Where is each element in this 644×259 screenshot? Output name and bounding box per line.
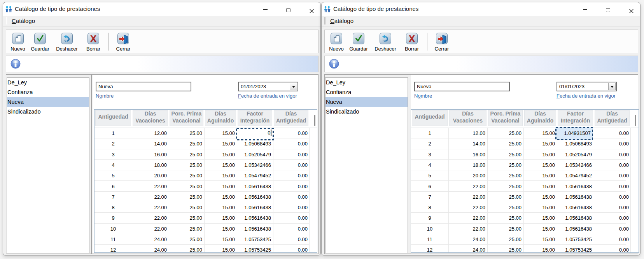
svg-text:X: X: [90, 33, 96, 44]
svg-text:X: X: [409, 33, 415, 44]
